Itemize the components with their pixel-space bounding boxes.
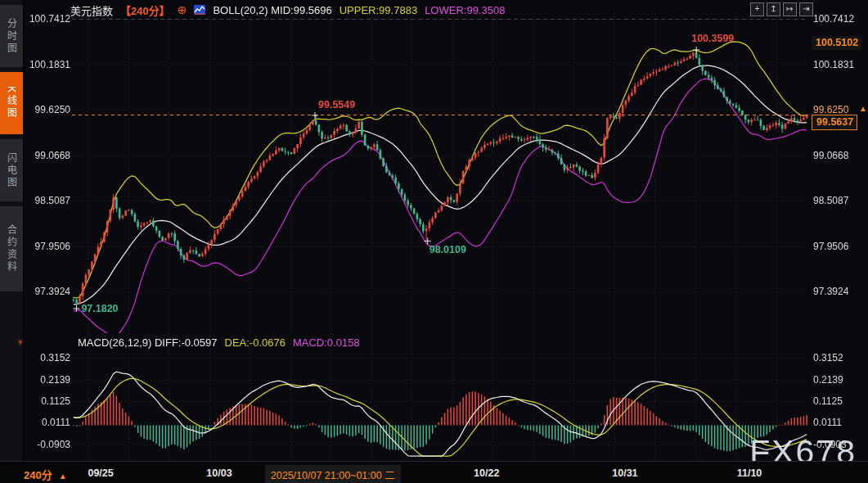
crosshair-tool-icon[interactable]: + xyxy=(750,2,764,16)
macd-params-label: MACD(26,12,9) DIFF:-0.0597 xyxy=(78,336,218,349)
boll-lower-label: LOWER:99.3508 xyxy=(425,4,505,16)
macd-axis-label-right: 0.0111 xyxy=(813,417,842,428)
price-axis-label-left: 99.0668 xyxy=(25,150,70,161)
sidebar-tab-2[interactable]: K线图 xyxy=(0,72,23,134)
sidebar-tab-4[interactable]: 合约资料 xyxy=(0,206,23,291)
boll-mid-label: BOLL(20,2) MID:99.5696 xyxy=(213,4,331,16)
macd-settings-icon[interactable]: ☀ xyxy=(16,337,25,348)
crosshair-date-label: 2025/10/07 21:00~01:00 二 xyxy=(265,465,401,483)
price-axis-label-left: 98.5087 xyxy=(25,195,70,206)
indicator-chart-icon xyxy=(194,5,205,15)
extreme-annotation: 99.5549 xyxy=(318,99,355,111)
dropdown-arrow-icon: ▲ xyxy=(59,472,67,481)
macd-axis-label-left: 0.2139 xyxy=(25,374,70,386)
last-price-badge: 99.5637 xyxy=(812,115,857,130)
zoom-x-axis-icon[interactable]: ↦ xyxy=(783,2,797,16)
price-axis-label-right: 97.3924 xyxy=(813,286,848,297)
macd-axis-label-right: 0.1125 xyxy=(813,395,843,407)
chart-type-sidebar: 分时图K线图闪电图合约资料 xyxy=(0,0,24,461)
macd-dea-value: DEA:-0.0676 xyxy=(225,336,286,349)
candlestick-chart-canvas[interactable] xyxy=(0,0,868,483)
chart-toolbar: +↥↦⇥ xyxy=(750,2,813,16)
date-tick: 10/22 xyxy=(474,467,499,479)
date-tick: 11/10 xyxy=(737,467,762,479)
macd-axis-label-right: 0.2139 xyxy=(813,374,843,386)
macd-axis-label-left: 0.0111 xyxy=(25,417,70,428)
price-axis-label-left: 97.3924 xyxy=(25,286,70,297)
zoom-y-axis-icon[interactable]: ↥ xyxy=(767,2,780,16)
price-axis-label-right: 98.5087 xyxy=(813,195,848,206)
date-tick: 10/03 xyxy=(206,467,232,479)
macd-axis-label-left: -0.0903 xyxy=(25,439,70,450)
price-axis-label-right: 100.7412 xyxy=(813,13,854,25)
macd-header: MACD(26,12,9) DIFF:-0.0597 DEA:-0.0676 M… xyxy=(78,336,360,349)
price-axis-label-right: 97.9506 xyxy=(813,241,848,252)
period-label: 【240分】 xyxy=(120,2,170,18)
macd-axis-label-left: 0.1125 xyxy=(25,395,70,407)
chart-header: 美元指数 【240分】 ⊕ BOLL(20,2) MID:99.5696 UPP… xyxy=(70,3,505,16)
symbol-title: 美元指数 xyxy=(70,2,113,18)
sidebar-tab-3[interactable]: 闪电图 xyxy=(0,139,23,201)
price-axis-label-left: 100.7412 xyxy=(25,13,70,25)
macd-axis-label-right: 0.3152 xyxy=(813,352,843,363)
price-axis-label-left: 97.9506 xyxy=(25,241,70,252)
sidebar-tab-1[interactable]: 分时图 xyxy=(0,5,23,67)
add-indicator-icon[interactable]: ⊕ xyxy=(178,3,187,16)
extreme-annotation: 97.1820 xyxy=(81,303,118,314)
macd-hist-value: MACD:0.0158 xyxy=(293,336,360,349)
date-tick: 10/31 xyxy=(612,467,637,479)
price-axis-label-right: 100.1831 xyxy=(813,59,854,70)
band-high-label: 100.5102 xyxy=(812,36,861,50)
date-tick: 09/25 xyxy=(88,467,113,479)
macd-axis-label-left: 0.3152 xyxy=(25,352,70,363)
macd-axis-label-right: -0.0903 xyxy=(813,439,847,450)
price-up-arrow-icon: ▲ xyxy=(859,104,867,113)
period-selector-button[interactable]: 240分▲ xyxy=(24,467,67,482)
time-axis-strip: 240分▲ 2025/10/07 21:00~01:00 二 09/2510/0… xyxy=(0,461,868,483)
price-axis-label-right: 99.6250 xyxy=(813,104,848,115)
extreme-annotation: 100.3599 xyxy=(691,33,734,44)
price-axis-label-left: 99.6250 xyxy=(25,104,70,115)
extreme-annotation: 98.0109 xyxy=(430,244,466,255)
price-axis-label-right: 99.0668 xyxy=(813,150,848,161)
boll-upper-label: UPPER:99.7883 xyxy=(340,4,417,16)
scroll-to-latest-icon[interactable]: ⇥ xyxy=(799,2,813,16)
trading-app-window: 分时图K线图闪电图合约资料 美元指数 【240分】 ⊕ BOLL(20,2) M… xyxy=(0,0,868,483)
price-axis-label-left: 100.1831 xyxy=(25,59,70,70)
